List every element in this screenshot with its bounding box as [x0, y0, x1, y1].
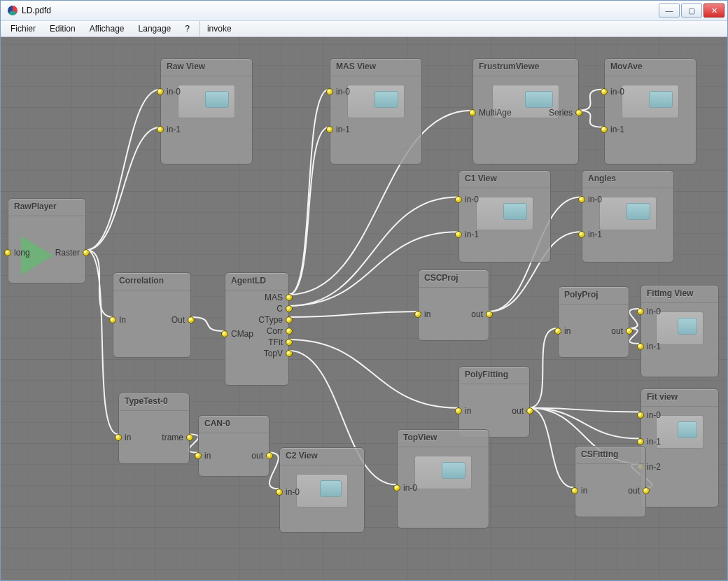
port-polyproj-in[interactable]: in	[554, 326, 570, 336]
menu-langage[interactable]: Langage	[132, 21, 178, 36]
port-agentld-topv[interactable]: TopV	[264, 349, 293, 358]
port-rawplayer-raster[interactable]: Raster	[55, 248, 90, 258]
wire[interactable]	[86, 90, 160, 250]
node-cscproj[interactable]: CSCProjinout	[418, 270, 489, 341]
node-title[interactable]: FrustrumViewe	[473, 59, 578, 76]
node-fitimg[interactable]: FitImg Viewin-0in-1	[640, 285, 719, 377]
node-title[interactable]: C1 View	[459, 171, 550, 188]
port-cscproj-out[interactable]: out	[471, 309, 493, 319]
port-masview-in-0[interactable]: in-0	[326, 87, 350, 97]
port-agentld-mas[interactable]: MAS	[265, 293, 293, 302]
port-masview-in-1[interactable]: in-1	[326, 125, 350, 134]
port-polyproj-out[interactable]: out	[611, 326, 633, 336]
port-cscproj-in[interactable]: in	[414, 309, 430, 319]
node-polyfitting[interactable]: PolyFittinginout	[458, 366, 530, 438]
node-movave[interactable]: MovAvein-0in-1	[604, 58, 696, 164]
node-title[interactable]: RawPlayer	[8, 199, 85, 216]
port-csfitting-in[interactable]: in	[571, 486, 587, 496]
port-fitimg-in-0[interactable]: in-0	[637, 307, 661, 316]
wire[interactable]	[528, 408, 639, 412]
node-frustrum[interactable]: FrustrumVieweMultiAgeSeries	[472, 58, 579, 164]
menu-edition[interactable]: Edition	[43, 21, 83, 36]
node-title[interactable]: AgentLD	[225, 273, 288, 290]
node-title[interactable]: PolyFitting	[459, 367, 529, 384]
port-frustrum-series[interactable]: Series	[549, 108, 582, 118]
menu-?[interactable]: ?	[178, 21, 197, 36]
port-fitimg-in-1[interactable]: in-1	[637, 342, 661, 351]
wire[interactable]	[288, 312, 417, 317]
node-title[interactable]: MovAve	[605, 59, 696, 76]
port-typetest-trame[interactable]: trame	[162, 433, 193, 442]
minimize-button[interactable]: —	[659, 4, 680, 18]
node-title[interactable]: TopView	[398, 430, 489, 447]
wire[interactable]	[528, 408, 639, 439]
port-rawview-in-0[interactable]: in-0	[157, 87, 181, 97]
port-angles-in-1[interactable]: in-1	[578, 230, 602, 239]
node-title[interactable]: Raw View	[161, 59, 252, 76]
wire[interactable]	[191, 317, 225, 331]
node-title[interactable]: CAN-0	[199, 416, 269, 433]
port-rawplayer-long[interactable]: long	[4, 248, 30, 258]
port-agentld-tfit[interactable]: TFit	[268, 337, 293, 347]
node-title[interactable]: TypeTest-0	[119, 393, 189, 411]
port-correlation-out[interactable]: Out	[172, 315, 195, 325]
port-agentld-corr[interactable]: Corr	[267, 326, 293, 336]
node-polyproj[interactable]: PolyProjinout	[558, 286, 629, 358]
port-movave-in-0[interactable]: in-0	[601, 87, 624, 97]
node-c1view[interactable]: C1 Viewin-0in-1	[458, 170, 551, 262]
node-rawplayer[interactable]: RawPlayerlongRaster	[8, 198, 86, 284]
node-title[interactable]: MAS View	[330, 59, 421, 76]
node-correlation[interactable]: CorrelationInOut	[113, 272, 191, 358]
wire[interactable]	[86, 250, 113, 317]
port-agentld-c[interactable]: C	[276, 304, 293, 314]
node-title[interactable]: CSFitting	[575, 447, 645, 464]
port-correlation-in[interactable]: In	[109, 315, 126, 325]
node-title[interactable]: C2 View	[280, 448, 364, 465]
node-can0[interactable]: CAN-0inout	[198, 415, 270, 477]
port-topview-in-0[interactable]: in-0	[393, 483, 417, 493]
node-c2view[interactable]: C2 Viewin-0	[279, 447, 365, 533]
node-rawview[interactable]: Raw Viewin-0in-1	[160, 58, 253, 164]
node-title[interactable]: Correlation	[113, 273, 190, 290]
node-title[interactable]: Fit view	[641, 389, 718, 407]
node-topview[interactable]: TopViewin-0	[397, 429, 489, 528]
maximize-button[interactable]: ▢	[681, 4, 702, 18]
port-c1view-in-0[interactable]: in-0	[455, 195, 479, 204]
port-polyfitting-out[interactable]: out	[512, 406, 533, 416]
node-fitview[interactable]: Fit viewin-0in-1in-2	[640, 388, 719, 507]
wire[interactable]	[528, 408, 573, 488]
node-masview[interactable]: MAS Viewin-0in-1	[330, 58, 422, 164]
node-title[interactable]: CSCProj	[419, 270, 489, 288]
port-csfitting-out[interactable]: out	[628, 486, 650, 496]
close-button[interactable]: ✕	[704, 4, 724, 18]
port-polyfitting-in[interactable]: in	[455, 406, 471, 416]
port-fitview-in-0[interactable]: in-0	[637, 410, 661, 420]
node-agentld[interactable]: AgentLDCMapMASCCTypeCorrTFitTopV	[225, 272, 289, 386]
port-angles-in-0[interactable]: in-0	[578, 195, 602, 204]
wire[interactable]	[288, 127, 329, 295]
port-can0-out[interactable]: out	[251, 451, 273, 461]
port-movave-in-1[interactable]: in-1	[601, 125, 624, 134]
menu-fichier[interactable]: Fichier	[4, 21, 43, 36]
node-canvas[interactable]: RawPlayerlongRasterRaw Viewin-0in-1MAS V…	[1, 37, 727, 580]
port-can0-in[interactable]: in	[195, 451, 211, 461]
port-c2view-in-0[interactable]: in-0	[276, 487, 300, 497]
port-c1view-in-1[interactable]: in-1	[455, 230, 479, 239]
menu-affichage[interactable]: Affichage	[83, 21, 132, 36]
node-csfitting[interactable]: CSFittinginout	[575, 446, 646, 517]
node-typetest[interactable]: TypeTest-0intrame	[118, 393, 190, 464]
port-fitview-in-1[interactable]: in-1	[637, 437, 661, 447]
node-title[interactable]: PolyProj	[559, 287, 629, 304]
node-title[interactable]: FitImg View	[641, 286, 718, 303]
port-agentld-ctype[interactable]: CType	[258, 315, 293, 325]
wire[interactable]	[288, 340, 457, 408]
node-title[interactable]: Angles	[582, 171, 673, 188]
wire[interactable]	[528, 328, 556, 408]
node-angles[interactable]: Anglesin-0in-1	[582, 170, 674, 262]
port-frustrum-multiage[interactable]: MultiAge	[469, 108, 512, 118]
wire[interactable]	[86, 127, 160, 251]
wire[interactable]	[288, 90, 329, 295]
port-rawview-in-1[interactable]: in-1	[157, 125, 181, 134]
menu-invoke[interactable]: invoke	[200, 21, 239, 36]
port-agentld-cmap[interactable]: CMap	[221, 329, 253, 339]
